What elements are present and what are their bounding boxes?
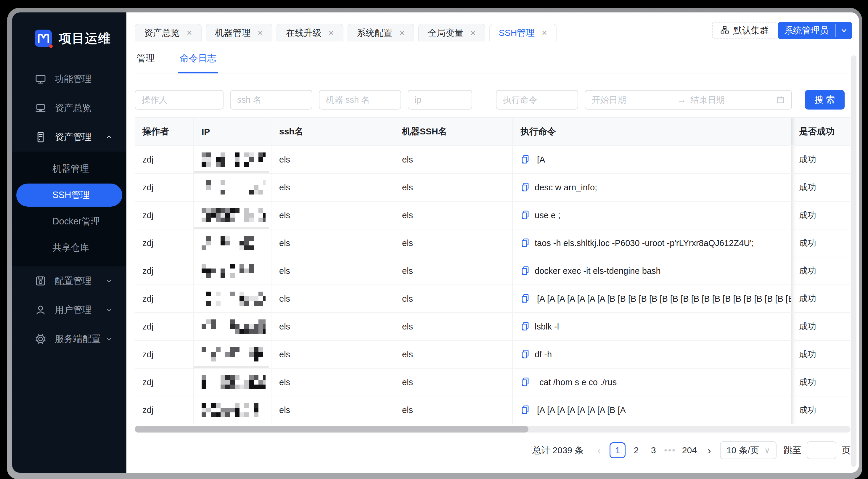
sidebar-subitem-共享仓库[interactable]: 共享仓库 [12,234,126,260]
date-range-picker[interactable]: → [585,90,792,109]
table-row: zdjelsels [A [A [A [A [A [A [A [B [A成功 [135,396,850,424]
tab-label: 在线升级 [286,27,321,39]
command-wrap: docker exec -it els-tdengine bash [521,266,661,276]
success-cell: 成功 [791,396,850,424]
page-number-1[interactable]: 1 [610,442,625,458]
close-icon[interactable]: × [542,28,547,37]
command-cell: [A [A [A [A [A [A [A [B [B [B [B [B [B [… [513,285,791,313]
ssh-name-filter-input[interactable] [230,90,312,109]
page-number-3[interactable]: 3 [647,442,660,458]
redacted-ip-mosaic [202,153,266,167]
copy-icon[interactable] [521,155,530,165]
filter-bar: → 搜 索 [135,90,850,109]
pagination-ellipsis[interactable]: ••• [664,445,676,455]
redacted-ip-mosaic [202,347,266,361]
redaction-strip [194,171,269,174]
sidebar-subitem-label: SSH管理 [53,189,90,201]
table-row: zdjelselsdocker exec -it els-tdengine ba… [135,257,850,285]
pagination-total: 总计 2039 条 [532,444,584,456]
success-cell: 成功 [791,313,850,341]
ip-cell [194,257,272,285]
sidebar-item-label: 资产总览 [55,102,91,114]
chevron-down-icon[interactable] [836,22,852,39]
copy-icon[interactable] [521,294,530,304]
command-cell: cat /hom s e co ./rus [513,369,791,396]
prev-page-arrow[interactable]: ‹ [592,445,606,456]
tab-机器管理[interactable]: 机器管理× [206,24,273,41]
copy-icon[interactable] [521,210,530,220]
operator-cell: zdj [135,369,194,396]
command-filter-input[interactable] [496,90,578,109]
table-row: zdjelselslsblk -l成功 [135,313,850,341]
sidebar-item-5[interactable]: 用户管理 [12,295,126,324]
tab-系统配置[interactable]: 系统配置× [347,24,414,41]
command-wrap: desc w arn_info; [521,182,597,192]
vertical-scrollbar-thumb[interactable] [851,55,857,467]
ssh-name-cell: els [272,313,394,341]
subtab-命令日志[interactable]: 命令日志 [178,52,218,73]
sidebar-item-6[interactable]: 服务端配置 [12,324,126,353]
sidebar-subitem-Docker管理[interactable]: Docker管理 [12,209,126,234]
copy-icon[interactable] [521,182,530,192]
ip-filter-input[interactable] [408,90,472,109]
redacted-ip-mosaic [202,208,266,222]
sidebar-subitem-机器管理[interactable]: 机器管理 [12,156,126,182]
tab-在线升级[interactable]: 在线升级× [277,24,343,41]
chevron-down-icon: ∨ [764,446,770,455]
success-cell: 成功 [791,257,850,285]
start-date-input[interactable] [592,95,673,105]
chevron-up-icon [105,133,113,141]
copy-icon[interactable] [521,349,530,359]
copy-icon[interactable] [521,321,530,331]
close-icon[interactable]: × [470,28,476,37]
date-range-arrow-icon: → [677,95,686,105]
success-cell: 成功 [791,341,850,369]
column-header-操作者: 操作者 [135,118,194,146]
command-text: lsblk -l [535,322,559,331]
redaction-strip [194,227,269,229]
page-size-select[interactable]: 10 条/页∨ [720,441,777,459]
page-number-2[interactable]: 2 [630,442,643,458]
close-icon[interactable]: × [187,28,192,37]
redacted-ip-mosaic [202,403,266,417]
horizontal-scrollbar[interactable] [135,426,850,433]
close-icon[interactable]: × [400,28,405,37]
tab-资产总览[interactable]: 资产总览× [135,24,202,41]
sidebar-item-2[interactable]: 资产总览 [12,94,126,123]
machine-ssh-name-cell: els [394,313,513,341]
sidebar-item-3[interactable]: 资产管理 [12,123,126,152]
gear-icon [35,333,46,345]
copy-icon[interactable] [521,266,530,276]
cluster-button[interactable]: 默认集群 [712,22,777,39]
operator-filter-input[interactable] [135,90,223,109]
command-cell: desc w arn_info; [513,174,791,202]
ip-cell [194,146,272,174]
tab-SSH管理[interactable]: SSH管理× [489,24,557,41]
admin-label: 系统管理员 [778,22,835,39]
app-title: 项目运维 [59,30,111,47]
sidebar-subitem-SSH管理[interactable]: SSH管理 [16,184,122,206]
sidebar-item-1[interactable]: 功能管理 [12,65,126,94]
table-row: zdjelselsdesc w arn_info;成功 [135,174,850,202]
page-number-204[interactable]: 204 [680,442,699,458]
ssh-name-cell: els [272,174,394,202]
jump-page-input[interactable] [807,441,836,459]
close-icon[interactable]: × [329,28,334,37]
subtab-管理[interactable]: 管理 [135,52,157,73]
command-wrap: df -h [521,349,552,359]
copy-icon[interactable] [521,377,530,387]
search-button[interactable]: 搜 索 [805,90,845,109]
copy-icon[interactable] [521,405,530,415]
next-page-arrow[interactable]: › [703,445,716,456]
close-icon[interactable]: × [258,28,263,37]
sidebar-item-4[interactable]: 配置管理 [12,266,126,295]
end-date-input[interactable] [690,95,772,105]
ip-cell [194,202,272,229]
cluster-label: 默认集群 [733,25,769,37]
copy-icon[interactable] [521,238,530,248]
admin-button[interactable]: 系统管理员 [778,22,852,39]
horizontal-scrollbar-thumb[interactable] [135,426,528,433]
tab-bar: 资产总览×机器管理×在线升级×系统配置×全局变量×SSH管理× 默认集群 [126,12,859,41]
machine-ssh-name-filter-input[interactable] [319,90,401,109]
tab-全局变量[interactable]: 全局变量× [418,24,485,41]
